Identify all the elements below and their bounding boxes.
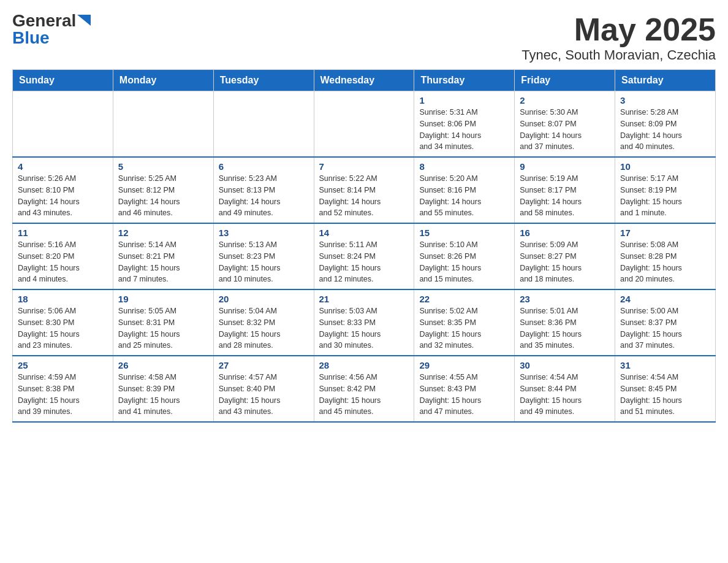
day-info: Sunrise: 5:17 AM Sunset: 8:19 PM Dayligh… xyxy=(620,173,710,219)
calendar-cell xyxy=(314,91,414,158)
day-number: 25 xyxy=(18,360,108,370)
calendar-cell: 9Sunrise: 5:19 AM Sunset: 8:17 PM Daylig… xyxy=(515,157,615,223)
day-info: Sunrise: 5:19 AM Sunset: 8:17 PM Dayligh… xyxy=(520,173,610,219)
day-info: Sunrise: 5:16 AM Sunset: 8:20 PM Dayligh… xyxy=(18,239,108,285)
calendar-cell: 5Sunrise: 5:25 AM Sunset: 8:12 PM Daylig… xyxy=(113,157,213,223)
calendar-cell: 1Sunrise: 5:31 AM Sunset: 8:06 PM Daylig… xyxy=(414,91,515,158)
day-number: 20 xyxy=(219,294,309,304)
day-info: Sunrise: 5:14 AM Sunset: 8:21 PM Dayligh… xyxy=(118,239,208,285)
day-info: Sunrise: 4:55 AM Sunset: 8:43 PM Dayligh… xyxy=(419,372,509,418)
day-number: 26 xyxy=(118,360,208,370)
weekday-header-thursday: Thursday xyxy=(414,70,515,91)
day-number: 28 xyxy=(319,360,409,370)
week-row-5: 25Sunrise: 4:59 AM Sunset: 8:38 PM Dayli… xyxy=(13,356,716,422)
logo-general-text: General xyxy=(12,12,76,29)
day-info: Sunrise: 5:03 AM Sunset: 8:33 PM Dayligh… xyxy=(319,305,409,351)
calendar-cell: 18Sunrise: 5:06 AM Sunset: 8:30 PM Dayli… xyxy=(13,289,113,356)
calendar-cell: 15Sunrise: 5:10 AM Sunset: 8:26 PM Dayli… xyxy=(414,223,515,289)
page-header: General Blue May 2025 Tynec, South Morav… xyxy=(12,12,716,63)
calendar-cell: 14Sunrise: 5:11 AM Sunset: 8:24 PM Dayli… xyxy=(314,223,414,289)
weekday-header-wednesday: Wednesday xyxy=(314,70,414,91)
calendar-cell xyxy=(13,91,113,158)
calendar-cell: 17Sunrise: 5:08 AM Sunset: 8:28 PM Dayli… xyxy=(615,223,716,289)
month-title: May 2025 xyxy=(521,12,716,47)
day-number: 30 xyxy=(520,360,610,370)
day-number: 17 xyxy=(620,228,710,238)
day-info: Sunrise: 5:13 AM Sunset: 8:23 PM Dayligh… xyxy=(219,239,309,285)
day-number: 18 xyxy=(18,294,108,304)
calendar-cell: 28Sunrise: 4:56 AM Sunset: 8:42 PM Dayli… xyxy=(314,356,414,422)
logo-triangle-icon xyxy=(77,15,91,26)
day-number: 31 xyxy=(620,360,710,370)
calendar-cell: 10Sunrise: 5:17 AM Sunset: 8:19 PM Dayli… xyxy=(615,157,716,223)
day-info: Sunrise: 5:28 AM Sunset: 8:09 PM Dayligh… xyxy=(620,107,710,153)
calendar-cell: 2Sunrise: 5:30 AM Sunset: 8:07 PM Daylig… xyxy=(515,91,615,158)
day-number: 10 xyxy=(620,161,710,172)
calendar-cell: 23Sunrise: 5:01 AM Sunset: 8:36 PM Dayli… xyxy=(515,289,615,356)
calendar-cell: 6Sunrise: 5:23 AM Sunset: 8:13 PM Daylig… xyxy=(213,157,314,223)
calendar-cell xyxy=(213,91,314,158)
day-number: 14 xyxy=(319,228,409,238)
day-number: 16 xyxy=(520,228,610,238)
calendar-cell: 25Sunrise: 4:59 AM Sunset: 8:38 PM Dayli… xyxy=(13,356,113,422)
calendar-cell: 13Sunrise: 5:13 AM Sunset: 8:23 PM Dayli… xyxy=(213,223,314,289)
day-info: Sunrise: 5:31 AM Sunset: 8:06 PM Dayligh… xyxy=(419,107,509,153)
weekday-header-row: SundayMondayTuesdayWednesdayThursdayFrid… xyxy=(13,70,716,91)
day-info: Sunrise: 4:54 AM Sunset: 8:45 PM Dayligh… xyxy=(620,372,710,418)
calendar-cell: 29Sunrise: 4:55 AM Sunset: 8:43 PM Dayli… xyxy=(414,356,515,422)
day-info: Sunrise: 5:04 AM Sunset: 8:32 PM Dayligh… xyxy=(219,305,309,351)
calendar-cell: 27Sunrise: 4:57 AM Sunset: 8:40 PM Dayli… xyxy=(213,356,314,422)
weekday-header-tuesday: Tuesday xyxy=(213,70,314,91)
calendar-cell: 16Sunrise: 5:09 AM Sunset: 8:27 PM Dayli… xyxy=(515,223,615,289)
calendar-cell: 12Sunrise: 5:14 AM Sunset: 8:21 PM Dayli… xyxy=(113,223,213,289)
weekday-header-monday: Monday xyxy=(113,70,213,91)
week-row-3: 11Sunrise: 5:16 AM Sunset: 8:20 PM Dayli… xyxy=(13,223,716,289)
weekday-header-friday: Friday xyxy=(515,70,615,91)
calendar-cell: 4Sunrise: 5:26 AM Sunset: 8:10 PM Daylig… xyxy=(13,157,113,223)
day-number: 3 xyxy=(620,95,710,105)
title-area: May 2025 Tynec, South Moravian, Czechia xyxy=(521,12,716,63)
day-number: 2 xyxy=(520,95,610,105)
calendar-cell: 24Sunrise: 5:00 AM Sunset: 8:37 PM Dayli… xyxy=(615,289,716,356)
calendar-cell: 3Sunrise: 5:28 AM Sunset: 8:09 PM Daylig… xyxy=(615,91,716,158)
day-number: 6 xyxy=(219,161,309,172)
calendar-cell xyxy=(113,91,213,158)
day-number: 13 xyxy=(219,228,309,238)
calendar-cell: 7Sunrise: 5:22 AM Sunset: 8:14 PM Daylig… xyxy=(314,157,414,223)
day-number: 29 xyxy=(419,360,509,370)
day-info: Sunrise: 5:02 AM Sunset: 8:35 PM Dayligh… xyxy=(419,305,509,351)
day-info: Sunrise: 5:09 AM Sunset: 8:27 PM Dayligh… xyxy=(520,239,610,285)
day-info: Sunrise: 4:54 AM Sunset: 8:44 PM Dayligh… xyxy=(520,372,610,418)
day-info: Sunrise: 5:23 AM Sunset: 8:13 PM Dayligh… xyxy=(219,173,309,219)
day-number: 19 xyxy=(118,294,208,304)
day-number: 5 xyxy=(118,161,208,172)
week-row-2: 4Sunrise: 5:26 AM Sunset: 8:10 PM Daylig… xyxy=(13,157,716,223)
logo-blue-text: Blue xyxy=(12,29,50,47)
weekday-header-saturday: Saturday xyxy=(615,70,716,91)
day-number: 4 xyxy=(18,161,108,172)
day-info: Sunrise: 4:56 AM Sunset: 8:42 PM Dayligh… xyxy=(319,372,409,418)
week-row-1: 1Sunrise: 5:31 AM Sunset: 8:06 PM Daylig… xyxy=(13,91,716,158)
day-info: Sunrise: 5:20 AM Sunset: 8:16 PM Dayligh… xyxy=(419,173,509,219)
calendar-table: SundayMondayTuesdayWednesdayThursdayFrid… xyxy=(12,69,716,423)
day-number: 12 xyxy=(118,228,208,238)
day-info: Sunrise: 4:57 AM Sunset: 8:40 PM Dayligh… xyxy=(219,372,309,418)
weekday-header-sunday: Sunday xyxy=(13,70,113,91)
day-number: 23 xyxy=(520,294,610,304)
location-title: Tynec, South Moravian, Czechia xyxy=(521,47,716,63)
calendar-cell: 22Sunrise: 5:02 AM Sunset: 8:35 PM Dayli… xyxy=(414,289,515,356)
day-number: 27 xyxy=(219,360,309,370)
day-info: Sunrise: 5:08 AM Sunset: 8:28 PM Dayligh… xyxy=(620,239,710,285)
day-info: Sunrise: 5:10 AM Sunset: 8:26 PM Dayligh… xyxy=(419,239,509,285)
day-info: Sunrise: 5:25 AM Sunset: 8:12 PM Dayligh… xyxy=(118,173,208,219)
day-number: 22 xyxy=(419,294,509,304)
day-number: 9 xyxy=(520,161,610,172)
day-number: 11 xyxy=(18,228,108,238)
day-info: Sunrise: 4:59 AM Sunset: 8:38 PM Dayligh… xyxy=(18,372,108,418)
day-number: 24 xyxy=(620,294,710,304)
calendar-cell: 26Sunrise: 4:58 AM Sunset: 8:39 PM Dayli… xyxy=(113,356,213,422)
day-number: 7 xyxy=(319,161,409,172)
week-row-4: 18Sunrise: 5:06 AM Sunset: 8:30 PM Dayli… xyxy=(13,289,716,356)
calendar-cell: 11Sunrise: 5:16 AM Sunset: 8:20 PM Dayli… xyxy=(13,223,113,289)
calendar-cell: 8Sunrise: 5:20 AM Sunset: 8:16 PM Daylig… xyxy=(414,157,515,223)
